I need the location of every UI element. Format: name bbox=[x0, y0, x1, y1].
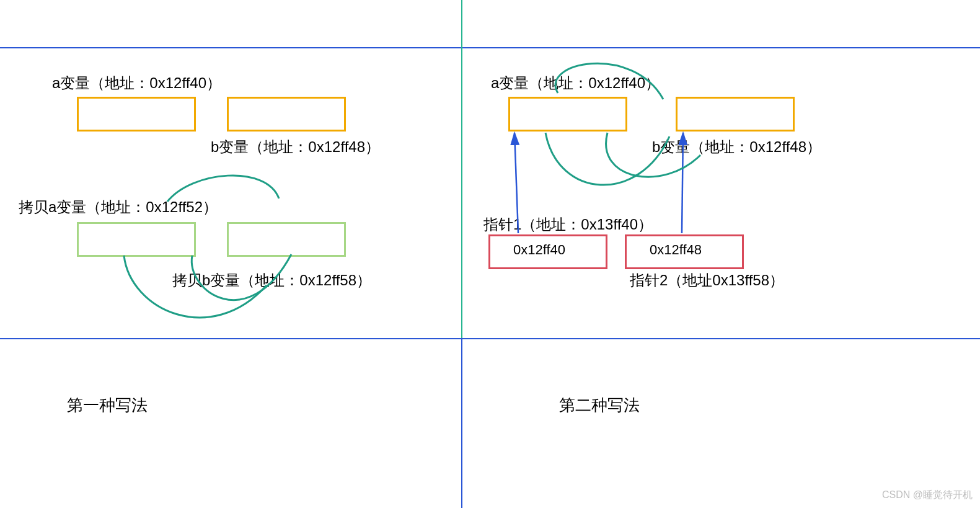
center-rule-bottom bbox=[461, 338, 462, 508]
right-caption: 第二种写法 bbox=[559, 394, 640, 416]
left-copy-a-label: 拷贝a变量（地址：0x12ff52） bbox=[19, 197, 218, 217]
mid-rule bbox=[0, 338, 980, 339]
left-copy-b-box bbox=[227, 222, 346, 257]
right-ptr1-value: 0x12ff40 bbox=[513, 242, 565, 258]
right-var-b-box bbox=[676, 97, 795, 131]
left-copy-a-box bbox=[77, 222, 196, 257]
right-var-a-label: a变量（地址：0x12ff40） bbox=[491, 73, 660, 93]
left-var-a-box bbox=[77, 97, 196, 131]
right-swap-curve-1 bbox=[545, 133, 669, 185]
left-var-b-label: b变量（地址：0x12ff48） bbox=[211, 137, 380, 157]
right-var-a-box bbox=[508, 97, 627, 131]
left-var-b-box bbox=[227, 97, 346, 131]
center-rule-top bbox=[461, 0, 462, 338]
right-ptr2-label: 指针2（地址0x13ff58） bbox=[630, 270, 784, 290]
right-var-b-label: b变量（地址：0x12ff48） bbox=[652, 137, 821, 157]
right-ptr2-value: 0x12ff48 bbox=[650, 242, 702, 258]
watermark: CSDN @睡觉待开机 bbox=[882, 489, 973, 502]
top-rule bbox=[0, 47, 980, 48]
left-copy-b-label: 拷贝b变量（地址：0x12ff58） bbox=[172, 270, 371, 290]
right-ptr1-label: 指针1（地址：0x13ff40） bbox=[483, 215, 653, 234]
left-var-a-label: a变量（地址：0x12ff40） bbox=[52, 73, 221, 93]
left-caption: 第一种写法 bbox=[67, 394, 148, 416]
